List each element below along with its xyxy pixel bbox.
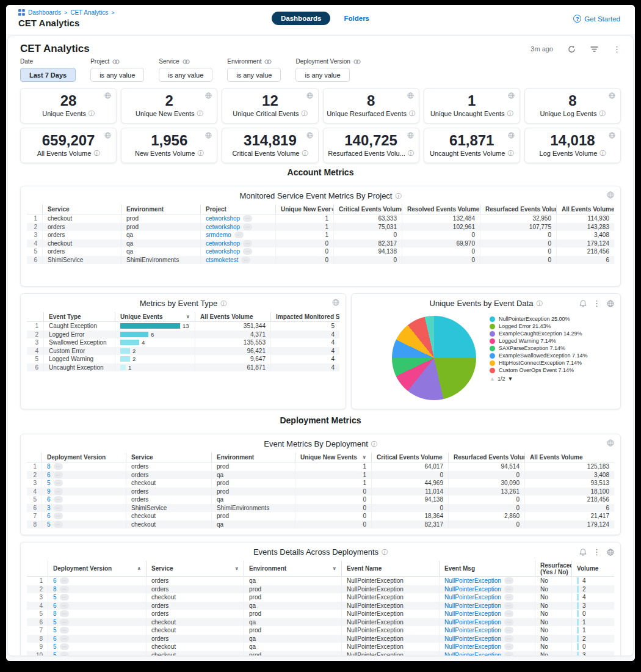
- more-icon[interactable]: ⋯: [60, 627, 69, 634]
- cell-version-link[interactable]: 6: [53, 635, 57, 642]
- cell-event-msg-link[interactable]: NullPointerException: [444, 652, 501, 656]
- filter-environment-value[interactable]: is any value: [227, 68, 281, 82]
- info-icon[interactable]: ⓘ: [302, 109, 308, 118]
- filter-deployment-version-value[interactable]: is any value: [295, 68, 349, 82]
- more-icon[interactable]: ⋯: [504, 627, 513, 634]
- col-impacted[interactable]: Impacted Monitored Services: [270, 312, 339, 321]
- cell-event-msg-link[interactable]: NullPointerException: [444, 635, 501, 642]
- more-icon[interactable]: ⋯: [60, 643, 69, 650]
- more-icon[interactable]: ⋯: [54, 472, 63, 478]
- filter-icon[interactable]: [590, 46, 598, 53]
- col-resurfaced[interactable]: Resurfaced Events Volume: [448, 453, 524, 462]
- cell-event-msg-link[interactable]: NullPointerException: [444, 586, 501, 593]
- col-deployment-version[interactable]: Deployment Version∧: [48, 561, 146, 576]
- info-icon[interactable]: ⓘ: [536, 299, 542, 308]
- col-service[interactable]: Service: [126, 453, 211, 462]
- col-unique-new[interactable]: Unique New Ever∨: [275, 205, 333, 214]
- cell-version-link[interactable]: 5: [47, 480, 51, 486]
- cell-version-link[interactable]: 5: [53, 643, 57, 650]
- info-icon[interactable]: ⓘ: [395, 192, 401, 200]
- pie-chart[interactable]: [392, 316, 476, 400]
- more-icon[interactable]: ⋯: [243, 240, 252, 247]
- col-service[interactable]: Service∨: [146, 561, 244, 576]
- col-service[interactable]: Service: [42, 205, 121, 214]
- col-environment[interactable]: Environment: [121, 205, 200, 214]
- filter-service-value[interactable]: is any value: [159, 68, 212, 82]
- info-icon[interactable]: ⓘ: [599, 109, 605, 118]
- col-resurfaced[interactable]: Resurfaced(Yes / No): [535, 561, 571, 576]
- more-icon[interactable]: ⋯: [504, 652, 513, 656]
- cell-project-link[interactable]: cetworkshop: [206, 215, 240, 222]
- info-icon[interactable]: ⓘ: [599, 149, 606, 158]
- col-all[interactable]: All Events Volume: [556, 205, 614, 214]
- more-icon[interactable]: ⋯: [504, 635, 513, 642]
- more-icon[interactable]: ⋯: [60, 586, 69, 593]
- col-critical[interactable]: Critical Events Volume: [333, 205, 402, 214]
- col-all[interactable]: All Events Volume: [524, 453, 614, 462]
- col-event-name[interactable]: Event Name: [341, 561, 439, 576]
- cell-event-msg-link[interactable]: NullPointerException: [444, 610, 501, 617]
- cell-version-link[interactable]: 6: [47, 472, 51, 478]
- cell-version-link[interactable]: 8: [53, 610, 57, 617]
- cell-version-link[interactable]: 8: [47, 463, 51, 470]
- kebab-menu-icon[interactable]: ⋮: [613, 45, 621, 54]
- more-icon[interactable]: ⋯: [60, 635, 69, 642]
- sort-desc-icon[interactable]: ∨: [186, 314, 190, 320]
- cell-version-link[interactable]: 6: [53, 577, 57, 584]
- more-icon[interactable]: ⋯: [54, 488, 63, 495]
- legend-item[interactable]: Logged Error 21.43%: [490, 323, 598, 330]
- more-icon[interactable]: ⋯: [60, 619, 69, 626]
- sort-desc-icon[interactable]: ∨: [235, 566, 239, 571]
- more-icon[interactable]: ⋯: [54, 521, 63, 528]
- filter-date-value[interactable]: Last 7 Days: [20, 68, 76, 82]
- sort-asc-icon[interactable]: ∧: [137, 566, 142, 571]
- breadcrumb-dashboards[interactable]: Dashboards: [28, 9, 61, 16]
- more-icon[interactable]: ⋯: [243, 215, 252, 222]
- more-icon[interactable]: ⋯: [504, 594, 513, 601]
- col-event-type[interactable]: Event Type: [43, 312, 115, 321]
- more-icon[interactable]: ⋯: [54, 480, 63, 486]
- more-icon[interactable]: ⋯: [504, 619, 513, 626]
- sort-desc-icon[interactable]: ∨: [333, 566, 337, 571]
- cell-project-link[interactable]: cetworkshop: [206, 248, 240, 255]
- legend-item[interactable]: SAXParseException 7.14%: [490, 345, 598, 352]
- cell-project-link[interactable]: cetworkshop: [206, 224, 240, 230]
- more-icon[interactable]: ⋯: [243, 248, 252, 255]
- page-down-icon[interactable]: ▼: [507, 376, 513, 382]
- bell-icon[interactable]: [579, 299, 587, 307]
- col-all-volume[interactable]: All Events Volume: [195, 312, 270, 321]
- kebab-menu-icon[interactable]: ⋮: [593, 547, 601, 557]
- legend-item[interactable]: ExampleSwallowedException 7.14%: [490, 352, 598, 359]
- more-icon[interactable]: ⋯: [243, 224, 252, 230]
- col-event-msg[interactable]: Event Msg: [439, 561, 535, 576]
- cell-version-link[interactable]: 5: [53, 627, 57, 634]
- info-icon[interactable]: ⓘ: [382, 548, 388, 557]
- col-project[interactable]: Project: [200, 205, 275, 214]
- cell-event-msg-link[interactable]: NullPointerException: [444, 577, 501, 584]
- col-environment[interactable]: Environment∨: [244, 561, 341, 576]
- info-icon[interactable]: ⓘ: [409, 109, 415, 118]
- legend-item[interactable]: ExampleCaughtException 14.29%: [490, 331, 598, 337]
- cell-version-link[interactable]: 3: [47, 505, 51, 511]
- breadcrumb-cet-analytics[interactable]: CET Analytics: [70, 9, 108, 16]
- bell-icon[interactable]: [579, 548, 587, 556]
- more-icon[interactable]: ⋯: [54, 505, 63, 511]
- cell-version-link[interactable]: 5: [47, 521, 51, 528]
- more-icon[interactable]: ⋯: [60, 610, 69, 617]
- info-icon[interactable]: ⓘ: [507, 109, 513, 118]
- cell-event-msg-link[interactable]: NullPointerException: [444, 627, 501, 634]
- more-icon[interactable]: ⋯: [504, 577, 513, 584]
- cell-project-link[interactable]: cetworkshop: [206, 240, 240, 247]
- legend-item[interactable]: HttpHostConnectException 7.14%: [490, 360, 598, 367]
- cell-event-msg-link[interactable]: NullPointerException: [444, 619, 501, 626]
- get-started-link[interactable]: ? Get Started: [573, 15, 620, 23]
- more-icon[interactable]: ⋯: [60, 652, 69, 656]
- info-icon[interactable]: ⓘ: [89, 109, 95, 118]
- col-unique-new[interactable]: Unique New Events∨: [295, 453, 371, 462]
- col-unique-events[interactable]: Unique Events∨: [115, 312, 195, 321]
- info-icon[interactable]: ⓘ: [220, 299, 226, 308]
- col-resurfaced[interactable]: Resurfaced Events Volume: [480, 205, 556, 214]
- cell-version-link[interactable]: 6: [47, 513, 51, 519]
- cell-version-link[interactable]: 6: [47, 496, 51, 503]
- more-icon[interactable]: ⋯: [54, 463, 63, 470]
